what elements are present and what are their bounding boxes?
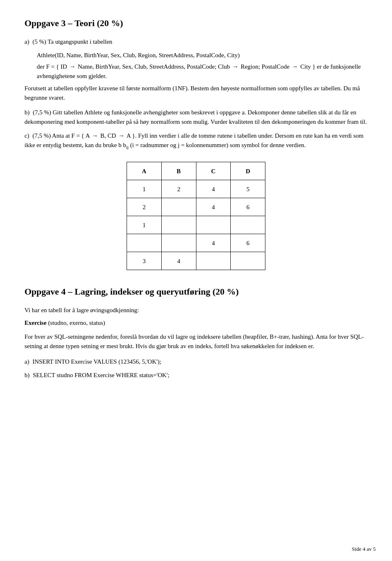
table-row: 1 2 4 5	[127, 180, 265, 198]
part-c-text4: (i = radnummer og j = kolonnenummer) som…	[130, 142, 306, 148]
table-container: A B C D 1 2 4 5 2 4 6	[24, 162, 368, 270]
part-a-label: a)	[24, 38, 31, 45]
cell-5-B: 4	[161, 252, 196, 270]
functional-dep-table: A B C D 1 2 4 5 2 4 6	[127, 162, 265, 270]
table-header-row: A B C D	[127, 162, 265, 180]
section3-title: Oppgave 3 – Teori (20 %)	[24, 16, 368, 30]
part-b-text: (7,5 %) Gitt tabellen Athlete og funksjo…	[24, 109, 367, 125]
table-row: 3 4	[127, 252, 265, 270]
cell-1-B: 2	[161, 180, 196, 198]
exercise-schema-line: Exercise (studno, exerno, status)	[24, 318, 368, 328]
cell-3-D	[231, 216, 265, 234]
section4-part-b-text: SELECT studno FROM Exercise WHERE status…	[33, 372, 169, 378]
table-row: 2 4 6	[127, 198, 265, 216]
cell-1-D: 5	[231, 180, 265, 198]
cell-2-A: 2	[127, 198, 162, 216]
cell-3-A: 1	[127, 216, 162, 234]
fd-arrow3: →	[292, 62, 298, 72]
cell-1-A: 1	[127, 180, 162, 198]
table-row: 1	[127, 216, 265, 234]
part-c: c) (7,5 %) Anta at F = { A → B, CD → A }…	[24, 131, 368, 150]
cell-5-D	[231, 252, 265, 270]
cell-5-A: 3	[127, 252, 162, 270]
fd-line: der F = { ID → Name, BirthYear, Sex, Clu…	[37, 62, 368, 80]
section3: Oppgave 3 – Teori (20 %) a) (5 %) Ta utg…	[24, 16, 368, 270]
sentence1: Forutsett at tabellen oppfyller kravene …	[24, 84, 368, 102]
section4: Oppgave 4 – Lagring, indekser og queryut…	[24, 285, 368, 380]
cell-4-A	[127, 234, 162, 252]
part-c-label: c)	[24, 132, 29, 139]
col-header-C: C	[196, 162, 231, 180]
col-header-B: B	[161, 162, 196, 180]
fd-arrow1: →	[69, 62, 76, 72]
section4-part-a-label: a)	[24, 358, 29, 365]
cell-4-B	[161, 234, 196, 252]
exercise-label: Exercise	[24, 320, 47, 326]
col-header-D: D	[231, 162, 265, 180]
cell-2-D: 6	[231, 198, 265, 216]
section4-part-b-label: b)	[24, 372, 30, 378]
section4-title: Oppgave 4 – Lagring, indekser og queryut…	[24, 285, 368, 298]
section4-para1: For hver av SQL-setningene nedenfor, for…	[24, 332, 368, 351]
athlete-table-ref: Athlete(ID, Name, BirthYear, Sex, Club, …	[37, 51, 368, 60]
part-c-text1: (7,5 %) Anta at F = { A	[32, 132, 89, 139]
page-footer: Side 4 av 5	[352, 545, 376, 553]
part-a: a) (5 %) Ta utgangspunkt i tabellen	[24, 37, 368, 47]
part-a-intro: (5 %) Ta utgangspunkt i tabellen	[32, 38, 112, 45]
fd-text2: Name, BirthYear, Sex, Club, StreetAddres…	[78, 63, 229, 70]
col-header-A: A	[127, 162, 162, 180]
cell-2-B	[161, 198, 196, 216]
table-row: 4 6	[127, 234, 265, 252]
cell-3-C	[196, 216, 231, 234]
section4-intro: Vi har en tabell for å lagre øvingsgodkj…	[24, 306, 368, 315]
cell-2-C: 4	[196, 198, 231, 216]
cell-5-C	[196, 252, 231, 270]
cell-4-D: 6	[231, 234, 265, 252]
part-b-label: b)	[24, 109, 30, 116]
section4-part-b: b) SELECT studno FROM Exercise WHERE sta…	[24, 371, 368, 380]
athlete-table-text: Athlete(ID, Name, BirthYear, Sex, Club, …	[37, 52, 240, 58]
cell-1-C: 4	[196, 180, 231, 198]
part-c-sub: ij	[126, 145, 129, 150]
section4-part-a-text: INSERT INTO Exercise VALUES (123456, 5,'…	[32, 358, 161, 365]
fd-text3: Region; PostalCode	[241, 63, 290, 70]
exercise-schema: (studno, exerno, status)	[48, 320, 105, 326]
part-c-bij: bij	[123, 142, 129, 148]
part-c-text2: B, CD	[100, 132, 116, 139]
fd-arrow2: →	[232, 62, 238, 72]
part-c-arrow1: →	[92, 131, 98, 141]
cell-3-B	[161, 216, 196, 234]
part-c-arrow2: →	[118, 131, 125, 141]
part-b: b) (7,5 %) Gitt tabellen Athlete og funk…	[24, 108, 368, 126]
section4-part-a: a) INSERT INTO Exercise VALUES (123456, …	[24, 357, 368, 367]
cell-4-C: 4	[196, 234, 231, 252]
fd-text: der F = { ID	[37, 63, 67, 70]
